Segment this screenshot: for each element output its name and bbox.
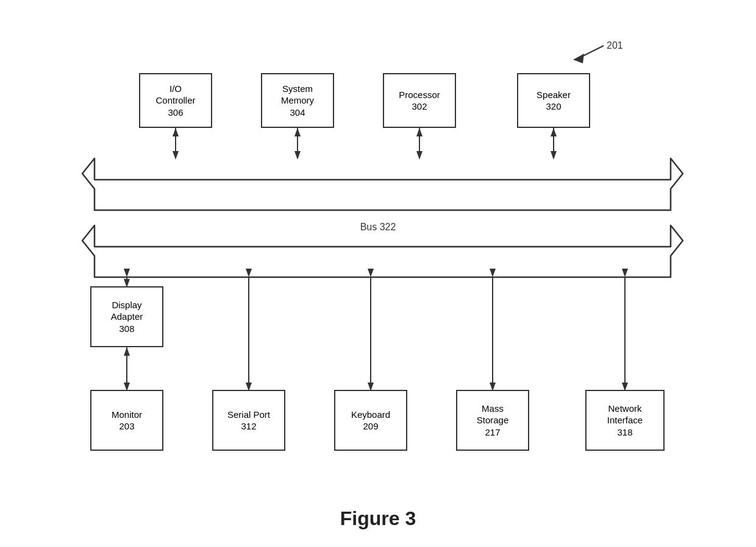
svg-marker-10 <box>294 128 301 136</box>
svg-marker-13 <box>416 128 423 136</box>
svg-marker-28 <box>368 269 374 277</box>
svg-line-0 <box>579 46 604 58</box>
display-adapter-box: DisplayAdapter308 <box>90 286 163 347</box>
svg-marker-8 <box>173 151 179 160</box>
svg-marker-16 <box>551 128 557 136</box>
network-interface-box: NetworkInterface318 <box>585 390 665 451</box>
svg-marker-34 <box>622 269 628 277</box>
svg-text:201: 201 <box>607 40 623 51</box>
svg-marker-17 <box>551 151 557 160</box>
svg-marker-3 <box>82 158 683 210</box>
svg-marker-22 <box>124 347 130 356</box>
system-memory-box: SystemMemory304 <box>261 73 334 128</box>
speaker-box: Speaker320 <box>517 73 590 128</box>
figure-title: Figure 3 <box>0 507 756 530</box>
svg-marker-31 <box>490 269 496 277</box>
svg-marker-7 <box>173 128 179 136</box>
serial-port-box: Serial Port312 <box>212 390 285 451</box>
monitor-box: Monitor203 <box>90 390 163 451</box>
svg-marker-11 <box>294 151 301 160</box>
svg-text:Bus 322: Bus 322 <box>360 222 396 232</box>
svg-marker-14 <box>416 151 423 160</box>
io-controller-box: I/OController306 <box>139 73 212 128</box>
mass-storage-box: MassStorage217 <box>456 390 529 451</box>
svg-marker-1 <box>573 54 584 63</box>
processor-box: Processor302 <box>383 73 456 128</box>
diagram: 201 Bus 322 <box>0 0 756 547</box>
svg-marker-4 <box>82 225 683 277</box>
svg-marker-25 <box>246 269 252 277</box>
svg-marker-19 <box>124 269 130 277</box>
keyboard-box: Keyboard209 <box>334 390 407 451</box>
